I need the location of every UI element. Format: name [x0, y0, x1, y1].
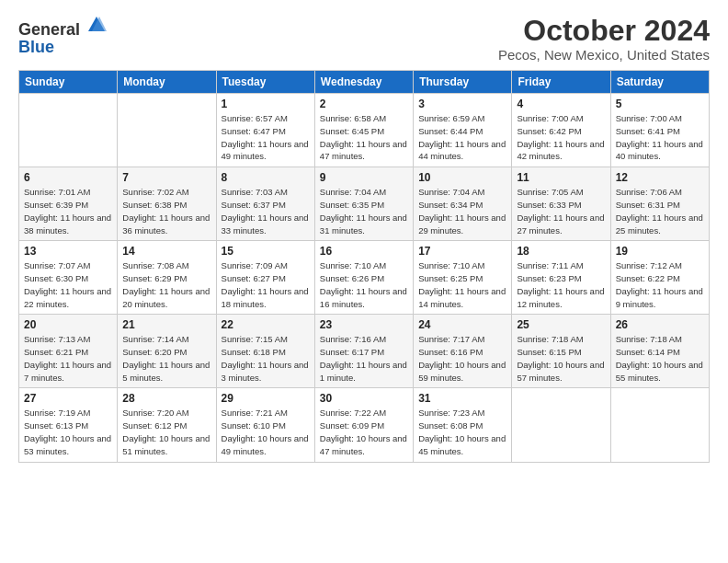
calendar-header: Sunday Monday Tuesday Wednesday Thursday… — [19, 71, 710, 94]
day-number: 19 — [616, 245, 704, 258]
calendar-cell: 4Sunrise: 7:00 AM Sunset: 6:42 PM Daylig… — [512, 94, 610, 167]
calendar-cell: 27Sunrise: 7:19 AM Sunset: 6:13 PM Dayli… — [19, 388, 118, 462]
day-number: 23 — [320, 318, 408, 331]
calendar-cell: 30Sunrise: 7:22 AM Sunset: 6:09 PM Dayli… — [314, 388, 413, 462]
calendar-week-4: 20Sunrise: 7:13 AM Sunset: 6:21 PM Dayli… — [19, 315, 710, 388]
calendar-week-5: 27Sunrise: 7:19 AM Sunset: 6:13 PM Dayli… — [19, 388, 710, 462]
day-info: Sunrise: 7:15 AM Sunset: 6:18 PM Dayligh… — [222, 333, 310, 384]
calendar-cell: 5Sunrise: 7:00 AM Sunset: 6:41 PM Daylig… — [610, 94, 709, 167]
day-number: 5 — [616, 98, 704, 110]
day-number: 31 — [418, 392, 506, 405]
calendar-cell: 12Sunrise: 7:06 AM Sunset: 6:31 PM Dayli… — [610, 167, 709, 241]
calendar-cell: 22Sunrise: 7:15 AM Sunset: 6:18 PM Dayli… — [216, 315, 314, 388]
calendar-cell: 19Sunrise: 7:12 AM Sunset: 6:22 PM Dayli… — [610, 241, 709, 315]
logo: General Blue — [18, 15, 107, 56]
calendar-cell: 18Sunrise: 7:11 AM Sunset: 6:23 PM Dayli… — [512, 241, 610, 315]
day-info: Sunrise: 7:22 AM Sunset: 6:09 PM Dayligh… — [320, 407, 408, 457]
calendar-cell: 16Sunrise: 7:10 AM Sunset: 6:26 PM Dayli… — [314, 241, 413, 315]
calendar-cell: 29Sunrise: 7:21 AM Sunset: 6:10 PM Dayli… — [216, 388, 314, 462]
header-row: Sunday Monday Tuesday Wednesday Thursday… — [19, 71, 710, 94]
calendar-cell: 20Sunrise: 7:13 AM Sunset: 6:21 PM Dayli… — [19, 315, 118, 388]
day-number: 27 — [24, 392, 112, 405]
calendar-body: 1Sunrise: 6:57 AM Sunset: 6:47 PM Daylig… — [19, 94, 710, 462]
day-info: Sunrise: 7:19 AM Sunset: 6:13 PM Dayligh… — [24, 407, 112, 457]
day-info: Sunrise: 7:01 AM Sunset: 6:39 PM Dayligh… — [24, 186, 112, 236]
day-info: Sunrise: 7:17 AM Sunset: 6:16 PM Dayligh… — [418, 333, 506, 384]
title-area: October 2024 Pecos, New Mexico, United S… — [498, 15, 710, 63]
calendar-week-2: 6Sunrise: 7:01 AM Sunset: 6:39 PM Daylig… — [19, 167, 710, 241]
day-info: Sunrise: 7:07 AM Sunset: 6:30 PM Dayligh… — [24, 259, 112, 310]
calendar-cell: 15Sunrise: 7:09 AM Sunset: 6:27 PM Dayli… — [216, 241, 314, 315]
day-number: 9 — [320, 171, 408, 184]
day-number: 3 — [418, 98, 506, 110]
day-info: Sunrise: 7:10 AM Sunset: 6:26 PM Dayligh… — [320, 259, 408, 310]
calendar-cell: 23Sunrise: 7:16 AM Sunset: 6:17 PM Dayli… — [314, 315, 413, 388]
day-number: 30 — [320, 392, 408, 405]
calendar-cell — [512, 388, 610, 462]
day-info: Sunrise: 7:13 AM Sunset: 6:21 PM Dayligh… — [24, 333, 112, 384]
day-number: 8 — [222, 171, 310, 184]
page-header: General Blue October 2024 Pecos, New Mex… — [18, 15, 710, 63]
day-number: 25 — [517, 318, 605, 331]
calendar-cell: 3Sunrise: 6:59 AM Sunset: 6:44 PM Daylig… — [414, 94, 512, 167]
calendar-cell: 11Sunrise: 7:05 AM Sunset: 6:33 PM Dayli… — [512, 167, 610, 241]
day-info: Sunrise: 7:04 AM Sunset: 6:34 PM Dayligh… — [418, 186, 506, 236]
day-info: Sunrise: 7:10 AM Sunset: 6:25 PM Dayligh… — [418, 259, 506, 310]
calendar-cell — [19, 94, 118, 167]
day-info: Sunrise: 7:12 AM Sunset: 6:22 PM Dayligh… — [616, 259, 704, 310]
calendar-cell: 7Sunrise: 7:02 AM Sunset: 6:38 PM Daylig… — [118, 167, 216, 241]
day-number: 12 — [616, 171, 704, 184]
calendar-cell: 24Sunrise: 7:17 AM Sunset: 6:16 PM Dayli… — [414, 315, 512, 388]
day-info: Sunrise: 7:08 AM Sunset: 6:29 PM Dayligh… — [122, 259, 210, 310]
col-wednesday: Wednesday — [314, 71, 413, 94]
col-thursday: Thursday — [414, 71, 512, 94]
day-number: 20 — [24, 318, 112, 331]
day-number: 6 — [24, 171, 112, 184]
day-number: 15 — [222, 245, 310, 258]
day-number: 16 — [320, 245, 408, 258]
day-info: Sunrise: 6:57 AM Sunset: 6:47 PM Dayligh… — [222, 112, 310, 163]
day-info: Sunrise: 7:16 AM Sunset: 6:17 PM Dayligh… — [320, 333, 408, 384]
day-info: Sunrise: 7:20 AM Sunset: 6:12 PM Dayligh… — [122, 407, 210, 457]
day-number: 28 — [122, 392, 210, 405]
day-info: Sunrise: 7:06 AM Sunset: 6:31 PM Dayligh… — [616, 186, 704, 236]
calendar-cell: 26Sunrise: 7:18 AM Sunset: 6:14 PM Dayli… — [610, 315, 709, 388]
day-number: 17 — [418, 245, 506, 258]
day-info: Sunrise: 7:00 AM Sunset: 6:41 PM Dayligh… — [616, 112, 704, 163]
calendar-cell: 9Sunrise: 7:04 AM Sunset: 6:35 PM Daylig… — [314, 167, 413, 241]
calendar-cell: 1Sunrise: 6:57 AM Sunset: 6:47 PM Daylig… — [216, 94, 314, 167]
col-sunday: Sunday — [19, 71, 118, 94]
day-info: Sunrise: 7:02 AM Sunset: 6:38 PM Dayligh… — [122, 186, 210, 236]
day-number: 13 — [24, 245, 112, 258]
location-subtitle: Pecos, New Mexico, United States — [498, 47, 710, 63]
logo-text-blue: Blue — [18, 38, 54, 56]
day-number: 11 — [517, 171, 605, 184]
day-number: 2 — [320, 98, 408, 110]
day-number: 4 — [517, 98, 605, 110]
calendar-cell: 25Sunrise: 7:18 AM Sunset: 6:15 PM Dayli… — [512, 315, 610, 388]
day-number: 21 — [122, 318, 210, 331]
month-title: October 2024 — [498, 15, 710, 47]
calendar-table: Sunday Monday Tuesday Wednesday Thursday… — [18, 70, 710, 462]
calendar-week-3: 13Sunrise: 7:07 AM Sunset: 6:30 PM Dayli… — [19, 241, 710, 315]
day-info: Sunrise: 7:21 AM Sunset: 6:10 PM Dayligh… — [222, 407, 310, 457]
day-info: Sunrise: 7:00 AM Sunset: 6:42 PM Dayligh… — [517, 112, 605, 163]
day-number: 10 — [418, 171, 506, 184]
logo-icon — [86, 15, 107, 35]
calendar-cell: 21Sunrise: 7:14 AM Sunset: 6:20 PM Dayli… — [118, 315, 216, 388]
day-info: Sunrise: 6:58 AM Sunset: 6:45 PM Dayligh… — [320, 112, 408, 163]
day-number: 18 — [517, 245, 605, 258]
day-info: Sunrise: 7:11 AM Sunset: 6:23 PM Dayligh… — [517, 259, 605, 310]
day-info: Sunrise: 6:59 AM Sunset: 6:44 PM Dayligh… — [418, 112, 506, 163]
day-info: Sunrise: 7:23 AM Sunset: 6:08 PM Dayligh… — [418, 407, 506, 457]
calendar-cell: 2Sunrise: 6:58 AM Sunset: 6:45 PM Daylig… — [314, 94, 413, 167]
col-saturday: Saturday — [610, 71, 709, 94]
logo-text-general: General — [18, 20, 80, 39]
day-info: Sunrise: 7:03 AM Sunset: 6:37 PM Dayligh… — [222, 186, 310, 236]
day-number: 26 — [616, 318, 704, 331]
day-number: 14 — [122, 245, 210, 258]
day-info: Sunrise: 7:18 AM Sunset: 6:15 PM Dayligh… — [517, 333, 605, 384]
day-info: Sunrise: 7:14 AM Sunset: 6:20 PM Dayligh… — [122, 333, 210, 384]
day-number: 1 — [222, 98, 310, 110]
calendar-week-1: 1Sunrise: 6:57 AM Sunset: 6:47 PM Daylig… — [19, 94, 710, 167]
